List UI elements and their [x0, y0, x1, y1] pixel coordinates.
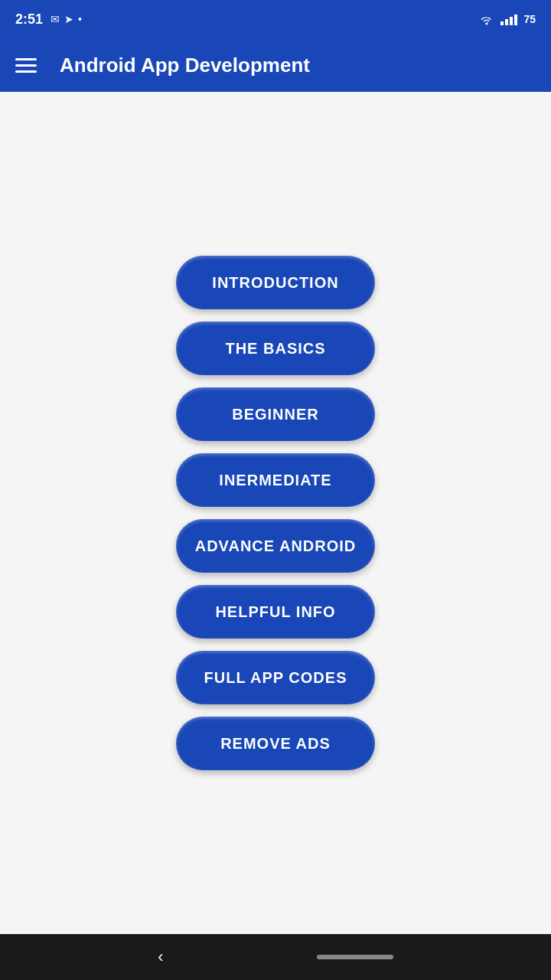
- remove-ads-button[interactable]: REMOVE ADS: [176, 717, 375, 770]
- status-bar: 2:51 ✉ ➤ • 75: [0, 0, 551, 38]
- back-button[interactable]: ‹: [158, 947, 163, 967]
- app-bar: Android App Development: [0, 38, 551, 92]
- advance-android-button[interactable]: ADVANCE ANDROID: [176, 519, 375, 573]
- status-time: 2:51: [15, 11, 43, 28]
- full-app-codes-button[interactable]: FULL APP CODES: [176, 651, 375, 704]
- beginner-button[interactable]: BEGINNER: [176, 387, 375, 441]
- hamburger-line-3: [15, 70, 37, 73]
- main-content: INTRODUCTION THE BASICS BEGINNER INERMED…: [0, 92, 551, 934]
- hamburger-menu-button[interactable]: [15, 58, 37, 73]
- hamburger-line-2: [15, 64, 37, 67]
- the-basics-button[interactable]: THE BASICS: [176, 322, 375, 375]
- notification-dot: •: [78, 13, 82, 25]
- status-notification-icons: ✉ ➤ •: [51, 13, 82, 25]
- introduction-button[interactable]: INTRODUCTION: [176, 256, 375, 309]
- nav-bar: ‹: [0, 934, 551, 980]
- mail-icon: ✉: [51, 13, 60, 25]
- home-indicator[interactable]: [317, 955, 393, 959]
- battery-level: 75: [523, 13, 536, 25]
- wifi-icon: [479, 13, 494, 25]
- intermediate-button[interactable]: INERMEDIATE: [176, 453, 375, 507]
- navigation-icon: ➤: [64, 13, 73, 25]
- helpful-info-button[interactable]: HELPFUL INFO: [176, 585, 375, 639]
- signal-icon: [500, 13, 517, 25]
- app-title: Android App Development: [60, 54, 310, 77]
- hamburger-line-1: [15, 58, 37, 60]
- status-bar-left: 2:51 ✉ ➤ •: [15, 11, 82, 28]
- status-bar-right: 75: [479, 13, 536, 25]
